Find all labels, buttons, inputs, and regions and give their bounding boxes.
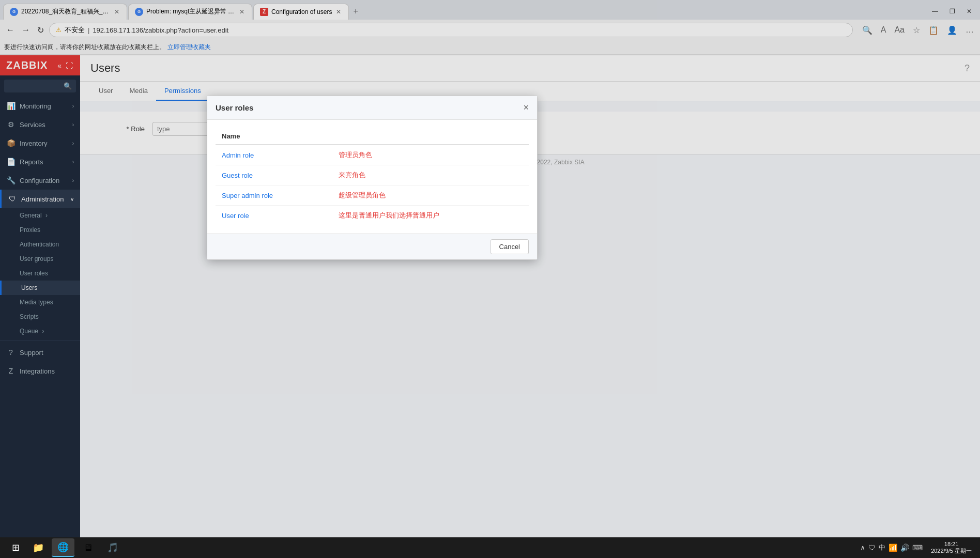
tab-3-favicon: Z <box>260 8 268 16</box>
configuration-icon: 🔧 <box>6 176 16 185</box>
super-admin-role-desc: 超级管理员角色 <box>339 191 386 199</box>
sidebar-sub-item-authentication[interactable]: Authentication <box>0 237 80 252</box>
forward-button[interactable]: → <box>20 23 32 37</box>
taskbar-app-3[interactable]: 🖥 <box>76 538 99 557</box>
sidebar-sub-item-scripts[interactable]: Scripts <box>0 309 80 324</box>
settings-icon[interactable]: … <box>963 23 976 37</box>
antivirus-icon[interactable]: 🛡 <box>868 544 876 552</box>
sidebar-sub-item-media-types[interactable]: Media types <box>0 295 80 309</box>
sidebar-item-configuration[interactable]: 🔧 Configuration › <box>0 171 80 190</box>
collapse-icon[interactable]: « <box>56 60 63 71</box>
restore-button[interactable]: ❐ <box>944 6 960 17</box>
sidebar-item-label: Services <box>20 121 72 129</box>
guest-role-link[interactable]: Guest role <box>222 172 253 179</box>
logo-text: ZABBIX <box>6 59 48 71</box>
users-label: Users <box>21 284 37 291</box>
app3-icon: 🖥 <box>83 542 93 553</box>
minimize-button[interactable]: — <box>927 6 943 17</box>
sidebar-sub-item-user-roles[interactable]: User roles <box>0 266 80 281</box>
user-role-link[interactable]: User role <box>222 212 249 220</box>
tab-2-close[interactable]: ✕ <box>238 7 246 17</box>
tab-2[interactable]: G Problem: mysql主从延迟异常 on... ✕ <box>128 4 252 20</box>
time: 18:21 <box>931 541 972 547</box>
bookmark-text: 要进行快速访问间，请将你的网址收藏放在此收藏夹栏上。 <box>4 43 165 52</box>
description-column-header <box>322 128 529 145</box>
tab-3[interactable]: Z Configuration of users ✕ <box>253 4 349 20</box>
start-button[interactable]: ⊞ <box>4 537 27 558</box>
help-icon[interactable]: ? <box>964 63 970 74</box>
collections-icon[interactable]: 📋 <box>926 23 941 37</box>
refresh-button[interactable]: ↻ <box>35 23 46 37</box>
clock[interactable]: 18:21 2022/9/5 星期一 <box>927 541 976 555</box>
search-icon[interactable]: 🔍 <box>860 23 875 37</box>
sidebar-item-support[interactable]: ? Support <box>0 343 80 362</box>
reader-icon[interactable]: Aa <box>892 23 907 37</box>
name-column-header: Name <box>216 128 322 145</box>
table-row: User role 这里是普通用户我们选择普通用户 <box>216 206 529 226</box>
tab-3-title: Configuration of users <box>271 8 332 16</box>
fullscreen-icon[interactable]: ⛶ <box>65 60 74 71</box>
profile-icon[interactable]: 👤 <box>945 23 959 37</box>
sidebar-sub-item-proxies[interactable]: Proxies <box>0 223 80 237</box>
tab-1-close[interactable]: ✕ <box>113 7 120 17</box>
input-icon[interactable]: ⌨ <box>912 544 923 552</box>
sidebar-sub-item-users[interactable]: Users <box>0 281 80 295</box>
tab-media[interactable]: Media <box>121 82 156 101</box>
tab-3-close[interactable]: ✕ <box>335 7 342 17</box>
volume-icon[interactable]: 🔊 <box>900 544 909 552</box>
window-controls: — ❐ ✕ <box>927 6 977 17</box>
cancel-button[interactable]: Cancel <box>491 239 529 254</box>
table-row: Super admin role 超级管理员角色 <box>216 185 529 206</box>
chevron-right-icon: › <box>72 178 74 183</box>
sidebar-sub-item-general[interactable]: General › <box>0 208 80 223</box>
close-button[interactable]: ✕ <box>961 6 977 17</box>
search-input[interactable] <box>8 83 64 90</box>
tab-permissions[interactable]: Permissions <box>156 82 209 101</box>
roles-table: Name Admin role 管理员角色 Guest role 来宾角色 Su… <box>216 128 529 225</box>
sidebar-sub-item-user-groups[interactable]: User groups <box>0 252 80 266</box>
guest-role-desc: 来宾角色 <box>339 171 365 179</box>
wifi-icon[interactable]: 📶 <box>889 544 897 552</box>
sidebar-item-inventory[interactable]: 📦 Inventory › <box>0 134 80 152</box>
modal-body: Name Admin role 管理员角色 Guest role 来宾角色 Su… <box>207 120 537 234</box>
security-label: 不安全 <box>65 25 85 35</box>
administration-icon: 🛡 <box>8 194 17 204</box>
edge-icon: 🌐 <box>57 541 69 553</box>
tab-user[interactable]: User <box>90 82 121 101</box>
sidebar-item-monitoring[interactable]: 📊 Monitoring › <box>0 97 80 115</box>
chevron-right-icon: › <box>72 122 74 128</box>
tab-1-favicon: G <box>10 8 18 16</box>
taskbar-app-edge[interactable]: 🌐 <box>52 538 74 557</box>
taskbar-app-4[interactable]: 🎵 <box>101 538 124 557</box>
sidebar-item-integrations[interactable]: Z Integrations <box>0 362 80 380</box>
bookmark-link[interactable]: 立即管理收藏夹 <box>167 43 211 52</box>
sidebar-item-label: Reports <box>20 158 72 166</box>
sidebar-sub-item-queue[interactable]: Queue › <box>0 324 80 338</box>
translate-icon[interactable]: A <box>879 23 889 37</box>
new-tab-button[interactable]: + <box>350 4 361 19</box>
favorites-icon[interactable]: ☆ <box>911 23 922 37</box>
ime-icon[interactable]: 中 <box>879 543 885 552</box>
sidebar-item-administration[interactable]: 🛡 Administration ∨ <box>0 190 80 208</box>
bookmark-bar: 要进行快速访问间，请将你的网址收藏放在此收藏夹栏上。 立即管理收藏夹 <box>0 40 980 55</box>
address-bar[interactable]: ⚠ 不安全 | 192.168.171.136/zabbix.php?actio… <box>49 23 853 37</box>
admin-role-link[interactable]: Admin role <box>222 151 254 159</box>
back-button[interactable]: ← <box>4 23 17 37</box>
sidebar-item-reports[interactable]: 📄 Reports › <box>0 152 80 171</box>
logo-icons: « ⛶ <box>56 60 74 71</box>
taskbar: ⊞ 📁 🌐 🖥 🎵 ∧ 🛡 中 📶 🔊 ⌨ 18:21 2022/9/5 星期一 <box>0 537 980 558</box>
user-groups-label: User groups <box>20 255 53 262</box>
taskbar-app-explorer[interactable]: 📁 <box>27 538 50 557</box>
explorer-icon: 📁 <box>33 542 44 553</box>
support-icon: ? <box>6 348 16 357</box>
super-admin-role-link[interactable]: Super admin role <box>222 192 273 199</box>
browser-chrome: G 20220708_润天教育_程福兴_Linu... ✕ G Problem:… <box>0 0 980 55</box>
app4-icon: 🎵 <box>107 542 118 553</box>
sidebar-item-services[interactable]: ⚙ Services › <box>0 115 80 134</box>
search-box[interactable]: 🔍 <box>0 75 80 97</box>
up-arrow-icon[interactable]: ∧ <box>860 544 865 552</box>
modal-close-button[interactable]: × <box>523 102 529 113</box>
tab-1[interactable]: G 20220708_润天教育_程福兴_Linu... ✕ <box>3 4 127 20</box>
integrations-icon: Z <box>6 366 16 376</box>
scripts-label: Scripts <box>20 313 39 320</box>
